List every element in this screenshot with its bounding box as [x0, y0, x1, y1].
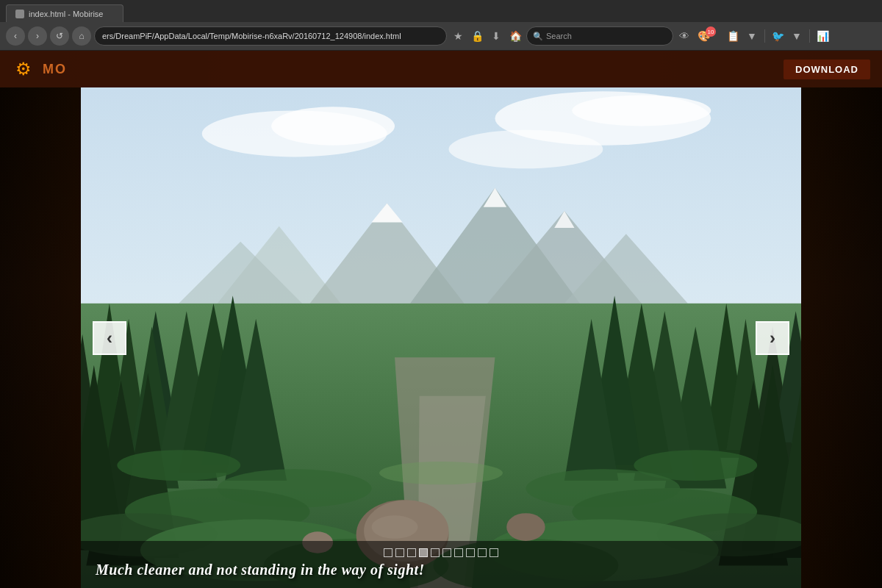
prev-slide-button[interactable]: ‹: [93, 321, 126, 355]
notification-badge: 10: [706, 26, 716, 37]
dot-8[interactable]: [466, 548, 475, 557]
browser-icon-1[interactable]: 👁: [676, 28, 692, 44]
slideshow-image: [81, 87, 801, 588]
right-forest: [801, 87, 882, 588]
browser-toolbar: ‹ › ↺ ⌂ ers/DreamPiF/AppData/Local/Temp/…: [0, 22, 882, 50]
dot-4[interactable]: [419, 548, 428, 557]
dot-9[interactable]: [478, 548, 487, 557]
app-area: ⚙ MO DOWNLOAD: [0, 51, 882, 588]
left-side-panel: [0, 87, 81, 588]
search-text: Search: [546, 32, 572, 40]
app-gear-icon: ⚙: [12, 57, 35, 81]
address-bar[interactable]: ers/DreamPiF/AppData/Local/Temp/Mobirise…: [94, 26, 447, 46]
gear-symbol: ⚙: [15, 59, 32, 79]
app-title: MO: [43, 62, 67, 77]
caption-bar: Much cleaner and not standing in the way…: [81, 541, 801, 588]
browser-tab-bar: index.html - Mobirise: [0, 0, 882, 22]
left-arrow-icon: ‹: [107, 329, 112, 347]
right-arrow-icon: ›: [770, 329, 775, 347]
svg-point-5: [572, 95, 711, 126]
app-header: ⚙ MO DOWNLOAD: [0, 51, 882, 87]
dot-10[interactable]: [490, 548, 498, 557]
separator-1: [764, 29, 765, 43]
dot-2[interactable]: [395, 548, 404, 557]
scenery-svg: [81, 87, 801, 588]
dropdown-arrow-1[interactable]: ▼: [744, 28, 760, 44]
lock-icon[interactable]: 🔒: [469, 28, 485, 44]
home-button[interactable]: ⌂: [72, 26, 91, 46]
svg-point-59: [379, 462, 503, 484]
dot-6[interactable]: [442, 548, 451, 557]
clipboard-icon[interactable]: 📋: [725, 28, 741, 44]
reload-button[interactable]: ↺: [50, 26, 69, 46]
svg-point-2: [271, 107, 395, 145]
forward-button[interactable]: ›: [28, 26, 47, 46]
notifications-group: 🎨 10: [695, 28, 722, 44]
slide-indicators: [96, 548, 786, 557]
browser-chrome: index.html - Mobirise ‹ › ↺ ⌂ ers/DreamP…: [0, 0, 882, 51]
address-text: ers/DreamPiF/AppData/Local/Temp/Mobirise…: [102, 32, 401, 40]
dot-1[interactable]: [384, 548, 392, 557]
dropdown-arrow-2[interactable]: ▼: [789, 28, 805, 44]
bird-icon[interactable]: 🐦: [770, 28, 786, 44]
home-icon[interactable]: 🏠: [507, 28, 523, 44]
search-icon: 🔍: [533, 32, 543, 41]
dot-7[interactable]: [454, 548, 463, 557]
stats-icon[interactable]: 📊: [814, 28, 831, 44]
tab-label: index.html - Mobirise: [29, 10, 103, 18]
svg-point-42: [117, 450, 240, 481]
dot-3[interactable]: [407, 548, 416, 557]
slideshow-wrapper: ‹ › Much cleaner and not standing in the…: [81, 87, 801, 588]
slide-caption: Much cleaner and not standing in the way…: [96, 562, 786, 578]
separator-2: [809, 29, 810, 43]
search-bar[interactable]: 🔍 Search: [526, 26, 673, 46]
svg-point-57: [506, 513, 545, 541]
left-forest: [0, 87, 81, 588]
back-button[interactable]: ‹: [6, 26, 25, 46]
tab-favicon: [15, 10, 24, 18]
right-side-panel: [801, 87, 882, 588]
bookmark-icon[interactable]: ★: [450, 28, 466, 44]
svg-point-56: [372, 515, 418, 538]
download-button[interactable]: DOWNLOAD: [784, 60, 870, 79]
next-slide-button[interactable]: ›: [756, 321, 789, 355]
active-tab[interactable]: index.html - Mobirise: [6, 4, 123, 22]
download-icon[interactable]: ⬇: [488, 28, 504, 44]
dot-5[interactable]: [431, 548, 440, 557]
